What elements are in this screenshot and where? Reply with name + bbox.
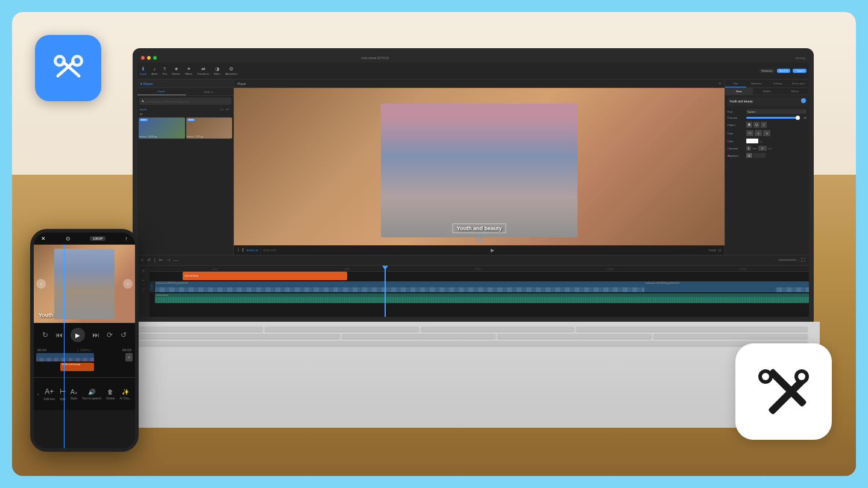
align-left-button[interactable]: ≡ bbox=[746, 153, 752, 158]
search-bar[interactable]: 🔍 Search product, A, Assets in Image, Ro… bbox=[139, 98, 231, 105]
media-thumb-1[interactable]: Added shutterst..._8137E.jpg bbox=[139, 117, 185, 139]
phone-style-tool[interactable]: Aₐ Style bbox=[71, 389, 77, 400]
text-content-box: Youth and beauty bbox=[727, 97, 807, 106]
character-controls: B Line 0 ▲▼ bbox=[746, 146, 772, 151]
timeline-undo-icon[interactable]: ↺ bbox=[147, 258, 151, 263]
device-tab[interactable]: ▼ Device bbox=[140, 82, 153, 86]
phone-play-button[interactable]: ▶ bbox=[71, 328, 85, 342]
close-button[interactable] bbox=[141, 56, 145, 60]
capcut-x-logo bbox=[735, 343, 832, 440]
minimize-button[interactable] bbox=[147, 56, 151, 60]
track-controls: T ▪ ♪ bbox=[137, 266, 149, 317]
phone-delete-tool[interactable]: 🗑 Delete bbox=[106, 389, 115, 400]
phone-ai-tool[interactable]: ✨ AI Cha... bbox=[120, 389, 131, 400]
phone-add-clip-button[interactable]: + bbox=[125, 353, 133, 361]
animation-tab[interactable]: Animation bbox=[746, 80, 767, 87]
media-thumb-2[interactable]: Added shutterst..._277E.jpg bbox=[186, 117, 233, 139]
color-swatch[interactable] bbox=[746, 139, 758, 143]
total-timecode-val: 00:00:10:00 bbox=[263, 249, 276, 252]
timeline-cut-icon[interactable]: | bbox=[154, 258, 156, 262]
timeline-delete-icon[interactable]: — bbox=[174, 258, 178, 262]
toolbar-text[interactable]: T Text bbox=[163, 66, 167, 75]
prev-arrow[interactable]: ‹ bbox=[36, 279, 46, 289]
app-titlebar: Auto saved 10:54:31 05:23 (6) bbox=[137, 53, 809, 63]
player-indicator bbox=[477, 237, 482, 242]
toolbar-audio[interactable]: ♪ Audio bbox=[151, 66, 157, 75]
tracking-tab[interactable]: Tracking bbox=[767, 80, 788, 87]
lowercase-button[interactable]: tt bbox=[755, 130, 762, 136]
char-b-button[interactable]: B bbox=[746, 146, 751, 151]
phone-prev-icon[interactable]: ⏮ bbox=[55, 331, 63, 339]
fullscreen-timeline-icon[interactable]: ⛶ bbox=[801, 258, 805, 262]
phone-add-text-tool[interactable]: A+ Add text bbox=[44, 387, 55, 401]
zoom-slider[interactable] bbox=[778, 259, 796, 261]
char-up-icon[interactable]: ▲▼ bbox=[768, 147, 773, 150]
phone-back-button[interactable]: ‹ bbox=[37, 392, 39, 397]
underline-button[interactable]: U bbox=[753, 122, 760, 128]
scissors-icon bbox=[49, 49, 88, 88]
shortcuts-button[interactable]: Shortcuts bbox=[760, 69, 775, 73]
font-size-slider[interactable] bbox=[746, 117, 800, 119]
character-label: Character bbox=[728, 147, 744, 150]
toolbar-effects[interactable]: ✦ Effects bbox=[185, 66, 192, 75]
alignment-preview bbox=[753, 153, 766, 158]
filename-2: shutterst..._277E.jpg bbox=[187, 136, 204, 138]
alignment-label: Alignment bbox=[728, 154, 744, 157]
import-label[interactable]: Import bbox=[140, 108, 146, 111]
import-tab[interactable]: Import bbox=[137, 88, 186, 95]
maximize-button[interactable] bbox=[153, 56, 157, 60]
uppercase-button[interactable]: TT bbox=[746, 130, 753, 136]
export-button[interactable]: ↑ Export bbox=[793, 69, 807, 73]
phone-tracks: + Youth and beauty bbox=[36, 352, 133, 376]
timeline-split-icon[interactable]: ⊢ bbox=[159, 258, 163, 263]
font-selector[interactable]: System ▾ bbox=[746, 109, 807, 114]
basic-subtab[interactable]: Basic bbox=[725, 88, 753, 95]
phone-loop-icon[interactable]: ↻ bbox=[42, 331, 48, 339]
player-panel: Player ≡ Youth and beauty bbox=[234, 80, 725, 255]
phone-redo-icon[interactable]: ⟳ bbox=[107, 331, 113, 339]
toolbar-transitions[interactable]: ⇄ Transitions bbox=[197, 66, 209, 75]
effects-subtab[interactable]: Effects bbox=[781, 88, 809, 95]
timeline-lock-icon[interactable]: ⊣ bbox=[166, 258, 170, 263]
resolution-badge: 1080P bbox=[90, 236, 105, 241]
zoom-in-icon[interactable]: + bbox=[798, 258, 799, 261]
phone-video-clip[interactable] bbox=[36, 353, 94, 361]
text-clip[interactable]: Youth and beauty bbox=[183, 272, 348, 280]
skip-back-icon[interactable]: ⟪ bbox=[242, 248, 244, 252]
player-menu-icon[interactable]: ≡ bbox=[719, 81, 721, 86]
text-to-speech-tab[interactable]: Text-to-spe» bbox=[788, 80, 809, 87]
player-controls: ⟨ ⟪ 00:00:5:22 / 00:00:10:00 ▶ ProHD ⛶ bbox=[234, 245, 725, 255]
italic-button[interactable]: I bbox=[761, 122, 767, 128]
titlecase-button[interactable]: Tt bbox=[763, 130, 770, 136]
text-tab[interactable]: Text bbox=[725, 80, 746, 87]
phone-playhead bbox=[64, 245, 64, 448]
timeline-magnet-icon[interactable]: ⌖ bbox=[141, 258, 143, 263]
toolbar-filters[interactable]: ◑ Filters bbox=[214, 66, 221, 75]
toolbar-stickers[interactable]: ★ Stickers bbox=[172, 66, 180, 75]
main-toolbar: ⬇ Import ♪ Audio T Text ★ Stickers bbox=[137, 63, 809, 80]
bubble-subtab[interactable]: Bubble bbox=[753, 88, 781, 95]
second-video-clip[interactable]: shutterstock_16172222XX.jpg 00:00:25:00 bbox=[644, 281, 776, 292]
rewind-icon[interactable]: ⟨ bbox=[237, 248, 239, 252]
toolbar-adjustment[interactable]: ⚙ Adjustment bbox=[225, 66, 237, 75]
phone-text-to-speech-tool[interactable]: 🔊 Text to speech bbox=[82, 389, 101, 400]
phone-split-tool[interactable]: ⊢ Split bbox=[60, 387, 66, 401]
phone-rotate-icon[interactable]: ↺ bbox=[121, 331, 127, 339]
audio-clip[interactable]: Funny Gaming bbox=[155, 293, 809, 303]
phone-upload-icon[interactable]: ↑ bbox=[125, 236, 128, 242]
toolbar-import[interactable]: ⬇ Import bbox=[140, 66, 146, 75]
next-arrow[interactable]: › bbox=[123, 279, 133, 289]
play-button[interactable]: ▶ bbox=[491, 248, 494, 253]
timeline-ruler: 100:001:00:001:00:001:00:1001:00:100 bbox=[149, 266, 809, 272]
phone-text-clip[interactable]: Youth and beauty bbox=[60, 363, 94, 371]
stock-media-tab[interactable]: Stock m... bbox=[186, 88, 234, 95]
phone-next-icon[interactable]: ⏭ bbox=[92, 331, 99, 339]
bold-button[interactable]: B bbox=[746, 122, 752, 128]
text-content: Youth and beauty bbox=[729, 99, 805, 104]
font-row: Font System ▾ bbox=[725, 108, 809, 115]
join-pro-button[interactable]: Join Pro bbox=[777, 69, 791, 73]
char-value: 0 bbox=[758, 146, 767, 151]
phone-timeline: 00:04 | 100% | 06:05 + Yout bbox=[34, 347, 135, 377]
zoom-out-icon[interactable]: − bbox=[775, 258, 776, 261]
fullscreen-button[interactable]: ⛶ bbox=[719, 249, 721, 252]
